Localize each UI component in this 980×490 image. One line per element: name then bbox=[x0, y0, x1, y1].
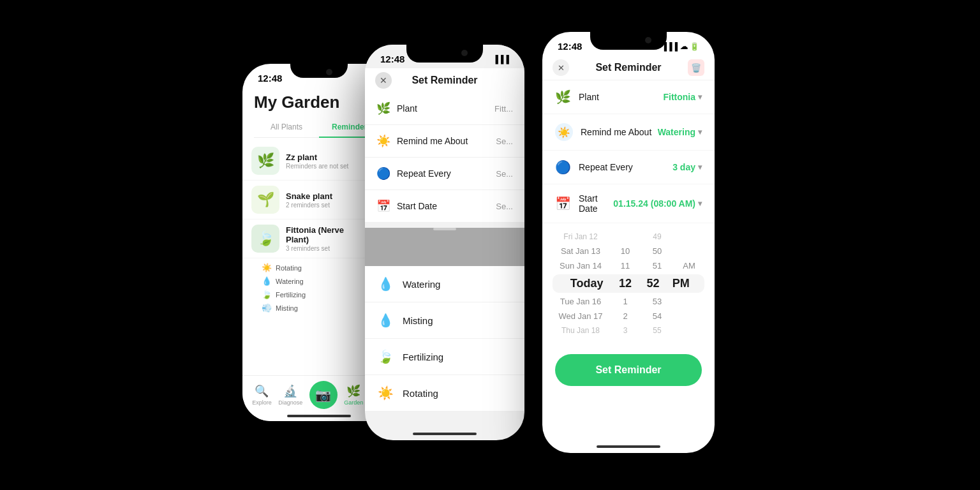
tab-all-plants[interactable]: All Plants bbox=[254, 117, 319, 137]
time-3: 12:48 bbox=[558, 41, 582, 52]
plant-label-2: Plant bbox=[397, 103, 494, 114]
r3-repeat-row[interactable]: 🔵 Repeat Every 3 day ▾ bbox=[542, 151, 715, 184]
picker-min-fri: 49 bbox=[644, 232, 670, 241]
r3-plant-chevron: ▾ bbox=[698, 93, 702, 101]
mist-icon: 💨 bbox=[262, 303, 272, 313]
picker-hour-sun: 11 bbox=[612, 261, 638, 271]
r3-plant-value: Fittonia ▾ bbox=[663, 92, 702, 102]
set-reminder-button-3[interactable]: Set Reminder bbox=[555, 354, 702, 386]
picker-ampm-today: PM bbox=[670, 277, 692, 290]
plant-sub-snake: 2 reminders set bbox=[286, 202, 376, 209]
r3-start-chevron: ▾ bbox=[698, 199, 702, 208]
repeat-value-2: Se... bbox=[496, 169, 513, 179]
picker-min-today: 52 bbox=[642, 277, 664, 290]
picker-ampm-sun: AM bbox=[676, 261, 702, 271]
nav-diagnose-label: Diagnose bbox=[278, 399, 302, 406]
r3-about-row[interactable]: ☀️ Remind me About Watering ▾ bbox=[542, 114, 715, 151]
signal-icon-3: ▐▐▐ ☁ 🔋 bbox=[662, 42, 699, 51]
picker-row-sat: Sat Jan 13 10 50 bbox=[542, 244, 715, 258]
nav-garden[interactable]: 🌿 Garden bbox=[344, 384, 363, 406]
mist-option-icon: 💧 bbox=[378, 313, 394, 328]
picker-date-sat: Sat Jan 13 bbox=[555, 246, 606, 256]
option-watering-label: Watering bbox=[403, 279, 440, 290]
reminder-row-about[interactable]: ☀️ Remind me About Se... bbox=[365, 125, 524, 158]
r3-plant-label: Plant bbox=[579, 92, 663, 102]
option-misting[interactable]: 💧 Misting bbox=[365, 302, 524, 339]
explore-icon: 🔍 bbox=[255, 384, 269, 398]
sun-icon: ☀️ bbox=[262, 263, 272, 272]
scan-button[interactable]: 📷 bbox=[309, 381, 338, 409]
option-watering[interactable]: 💧 Watering bbox=[365, 266, 524, 302]
r3-plant-val-text: Fittonia bbox=[663, 92, 695, 102]
dim-overlay bbox=[365, 228, 524, 266]
time-2: 12:48 bbox=[380, 54, 405, 64]
picker-date-today: Today bbox=[565, 277, 608, 290]
home-bar-2 bbox=[413, 433, 477, 435]
picker-min-sat: 50 bbox=[644, 246, 670, 256]
picker-row-fri: Fri Jan 12 49 bbox=[542, 230, 715, 244]
fertilize-option-icon: 🍃 bbox=[378, 349, 394, 364]
reminder-options: 💧 Watering 💧 Misting 🍃 Fertilizing ☀️ Ro… bbox=[365, 266, 524, 412]
reminder-row-start[interactable]: 📅 Start Date Se... bbox=[365, 190, 524, 223]
signal-icon-2: ▐▐▐ bbox=[493, 55, 509, 64]
start-value-2: Se... bbox=[496, 202, 513, 211]
time-1: 12:48 bbox=[258, 73, 282, 84]
fertilize-icon: 🍃 bbox=[262, 290, 272, 299]
picker-row-wed: Wed Jan 17 2 54 bbox=[542, 309, 715, 323]
r3-about-val-text: Watering bbox=[658, 127, 695, 137]
picker-hour-wed: 2 bbox=[612, 311, 638, 321]
r3-plant-row[interactable]: 🌿 Plant Fittonia ▾ bbox=[542, 80, 715, 114]
r3-start-val-text: 01.15.24 (08:00 AM) bbox=[613, 198, 695, 209]
reminder-header-3: ✕ Set Reminder 🗑️ bbox=[542, 56, 715, 80]
reminder-header-2: ✕ Set Reminder bbox=[365, 68, 524, 93]
picker-hour-thu: 3 bbox=[612, 326, 638, 335]
water-option-icon: 💧 bbox=[378, 276, 394, 292]
about-label-2: Remind me About bbox=[397, 136, 496, 146]
delete-button-3[interactable]: 🗑️ bbox=[688, 59, 704, 76]
plant-thumb-snake: 🌱 bbox=[251, 186, 279, 214]
plant-thumb-zz: 🌿 bbox=[251, 147, 279, 175]
about-value-2: Se... bbox=[496, 137, 513, 146]
picker-row-today: Today 12 52 PM bbox=[553, 274, 704, 293]
datetime-picker[interactable]: Fri Jan 12 49 Sat Jan 13 10 50 Sun Jan 1… bbox=[542, 223, 715, 344]
reminder-row-repeat[interactable]: 🔵 Repeat Every Se... bbox=[365, 158, 524, 190]
option-fertilizing[interactable]: 🍃 Fertilizing bbox=[365, 339, 524, 375]
reminder-rows-3: 🌿 Plant Fittonia ▾ ☀️ Remind me About Wa… bbox=[542, 80, 715, 223]
close-button-2[interactable]: ✕ bbox=[375, 72, 392, 89]
diagnose-icon: 🔬 bbox=[283, 384, 297, 398]
picker-min-sun: 51 bbox=[644, 261, 670, 271]
sub-fertilizing-label: Fertilizing bbox=[276, 291, 306, 299]
status-icons-3: ▐▐▐ ☁ 🔋 bbox=[662, 42, 699, 51]
r3-about-value: Watering ▾ bbox=[658, 127, 702, 137]
reminder-rows-2: 🌿 Plant Fitt... ☀️ Remind me About Se...… bbox=[365, 93, 524, 223]
picker-date-fri: Fri Jan 12 bbox=[555, 232, 606, 241]
r3-start-row[interactable]: 📅 Start Date 01.15.24 (08:00 AM) ▾ bbox=[542, 184, 715, 223]
nav-scan[interactable]: 📷 bbox=[309, 381, 338, 409]
option-rotating[interactable]: ☀️ Rotating bbox=[365, 375, 524, 412]
notch-2 bbox=[406, 45, 483, 63]
sub-rotating-label: Rotating bbox=[276, 264, 302, 272]
rotate-option-icon: ☀️ bbox=[378, 385, 394, 401]
picker-row-thu: Thu Jan 18 3 55 bbox=[542, 323, 715, 338]
sheet-handle bbox=[433, 228, 456, 230]
reminder-row-plant[interactable]: 🌿 Plant Fitt... bbox=[365, 93, 524, 125]
picker-hour-tue: 1 bbox=[612, 297, 638, 306]
plant-icon-2: 🌿 bbox=[376, 101, 390, 115]
r3-about-icon: ☀️ bbox=[555, 123, 573, 141]
r3-about-label: Remind me About bbox=[581, 127, 658, 137]
picker-hour-sat: 10 bbox=[612, 246, 638, 256]
repeat-label-2: Repeat Every bbox=[397, 168, 496, 179]
picker-min-wed: 54 bbox=[644, 311, 670, 321]
notch-dot-3 bbox=[645, 37, 651, 43]
close-button-3[interactable]: ✕ bbox=[553, 59, 569, 76]
notch-3 bbox=[590, 32, 667, 50]
nav-explore[interactable]: 🔍 Explore bbox=[252, 384, 272, 406]
phone-3-set-reminder-detail: 12:48 ▐▐▐ ☁ 🔋 ✕ Set Reminder 🗑️ 🌿 Plant … bbox=[542, 32, 715, 453]
r3-repeat-icon: 🔵 bbox=[555, 160, 571, 175]
start-icon-2: 📅 bbox=[376, 199, 390, 213]
nav-garden-label: Garden bbox=[344, 399, 363, 406]
notch-1 bbox=[290, 64, 348, 78]
r3-repeat-chevron: ▾ bbox=[698, 163, 702, 172]
nav-diagnose[interactable]: 🔬 Diagnose bbox=[278, 384, 302, 406]
picker-min-tue: 53 bbox=[644, 297, 670, 306]
